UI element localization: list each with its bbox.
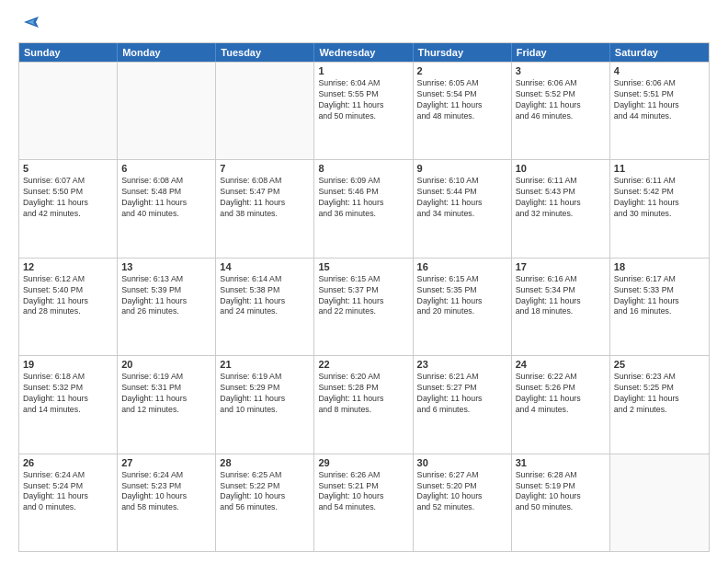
cell-info: Sunrise: 6:27 AMSunset: 5:20 PMDaylight:… <box>417 470 507 514</box>
day-cell-30: 30Sunrise: 6:27 AMSunset: 5:20 PMDayligh… <box>414 454 512 551</box>
day-number: 25 <box>614 359 705 370</box>
cell-info: Sunrise: 6:15 AMSunset: 5:37 PMDaylight:… <box>318 274 408 318</box>
day-number: 3 <box>516 65 606 76</box>
day-number: 20 <box>121 359 211 370</box>
cell-info: Sunrise: 6:16 AMSunset: 5:34 PMDaylight:… <box>516 274 606 318</box>
day-cell-10: 10Sunrise: 6:11 AMSunset: 5:43 PMDayligh… <box>512 160 610 257</box>
day-cell-8: 8Sunrise: 6:09 AMSunset: 5:46 PMDaylight… <box>314 160 413 257</box>
calendar: SundayMondayTuesdayWednesdayThursdayFrid… <box>18 42 710 552</box>
day-cell-18: 18Sunrise: 6:17 AMSunset: 5:33 PMDayligh… <box>610 259 709 355</box>
calendar-row-2: 5Sunrise: 6:07 AMSunset: 5:50 PMDaylight… <box>19 159 709 257</box>
cell-info: Sunrise: 6:18 AMSunset: 5:32 PMDaylight:… <box>23 372 113 416</box>
day-cell-19: 19Sunrise: 6:18 AMSunset: 5:32 PMDayligh… <box>19 356 118 453</box>
day-cell-24: 24Sunrise: 6:22 AMSunset: 5:26 PMDayligh… <box>512 356 610 453</box>
day-cell-26: 26Sunrise: 6:24 AMSunset: 5:24 PMDayligh… <box>19 454 118 551</box>
cell-info: Sunrise: 6:06 AMSunset: 5:51 PMDaylight:… <box>614 78 705 122</box>
cell-info: Sunrise: 6:05 AMSunset: 5:54 PMDaylight:… <box>417 78 507 122</box>
weekday-header-thursday: Thursday <box>414 43 512 62</box>
day-number: 4 <box>614 65 705 76</box>
day-number: 8 <box>318 163 408 174</box>
day-number: 24 <box>516 359 606 370</box>
weekday-header-wednesday: Wednesday <box>314 43 413 62</box>
day-number: 10 <box>516 163 606 174</box>
day-number: 13 <box>121 261 211 272</box>
day-number: 12 <box>23 261 113 272</box>
cell-info: Sunrise: 6:15 AMSunset: 5:35 PMDaylight:… <box>417 274 507 318</box>
cell-info: Sunrise: 6:08 AMSunset: 5:47 PMDaylight:… <box>220 176 310 220</box>
calendar-row-4: 19Sunrise: 6:18 AMSunset: 5:32 PMDayligh… <box>19 355 709 453</box>
cell-info: Sunrise: 6:21 AMSunset: 5:27 PMDaylight:… <box>417 372 507 416</box>
logo <box>18 15 42 35</box>
day-number: 26 <box>23 457 113 468</box>
day-cell-empty-0-1 <box>118 63 216 159</box>
cell-info: Sunrise: 6:24 AMSunset: 5:24 PMDaylight:… <box>23 470 113 514</box>
day-cell-31: 31Sunrise: 6:28 AMSunset: 5:19 PMDayligh… <box>512 454 610 551</box>
cell-info: Sunrise: 6:04 AMSunset: 5:55 PMDaylight:… <box>318 78 408 122</box>
weekday-header-saturday: Saturday <box>610 43 709 62</box>
day-cell-empty-4-6 <box>610 454 709 551</box>
day-number: 14 <box>220 261 310 272</box>
cell-info: Sunrise: 6:14 AMSunset: 5:38 PMDaylight:… <box>220 274 310 318</box>
day-cell-1: 1Sunrise: 6:04 AMSunset: 5:55 PMDaylight… <box>314 63 413 159</box>
cell-info: Sunrise: 6:28 AMSunset: 5:19 PMDaylight:… <box>516 470 606 514</box>
cell-info: Sunrise: 6:23 AMSunset: 5:25 PMDaylight:… <box>614 372 705 416</box>
day-number: 23 <box>417 359 507 370</box>
cell-info: Sunrise: 6:11 AMSunset: 5:43 PMDaylight:… <box>516 176 606 220</box>
day-cell-14: 14Sunrise: 6:14 AMSunset: 5:38 PMDayligh… <box>216 259 314 355</box>
day-number: 17 <box>516 261 606 272</box>
day-number: 28 <box>220 457 310 468</box>
calendar-row-3: 12Sunrise: 6:12 AMSunset: 5:40 PMDayligh… <box>19 258 709 355</box>
day-number: 15 <box>318 261 408 272</box>
calendar-header: SundayMondayTuesdayWednesdayThursdayFrid… <box>19 43 709 62</box>
day-cell-16: 16Sunrise: 6:15 AMSunset: 5:35 PMDayligh… <box>414 259 512 355</box>
day-number: 6 <box>121 163 211 174</box>
day-cell-4: 4Sunrise: 6:06 AMSunset: 5:51 PMDaylight… <box>610 63 709 159</box>
day-cell-5: 5Sunrise: 6:07 AMSunset: 5:50 PMDaylight… <box>19 160 118 257</box>
cell-info: Sunrise: 6:19 AMSunset: 5:29 PMDaylight:… <box>220 372 310 416</box>
day-number: 5 <box>23 163 113 174</box>
day-number: 9 <box>417 163 507 174</box>
day-number: 11 <box>614 163 705 174</box>
day-cell-17: 17Sunrise: 6:16 AMSunset: 5:34 PMDayligh… <box>512 259 610 355</box>
day-cell-28: 28Sunrise: 6:25 AMSunset: 5:22 PMDayligh… <box>216 454 314 551</box>
cell-info: Sunrise: 6:09 AMSunset: 5:46 PMDaylight:… <box>318 176 408 220</box>
day-number: 7 <box>220 163 310 174</box>
day-number: 2 <box>417 65 507 76</box>
cell-info: Sunrise: 6:08 AMSunset: 5:48 PMDaylight:… <box>121 176 211 220</box>
day-cell-7: 7Sunrise: 6:08 AMSunset: 5:47 PMDaylight… <box>216 160 314 257</box>
day-number: 19 <box>23 359 113 370</box>
day-number: 18 <box>614 261 705 272</box>
weekday-header-tuesday: Tuesday <box>216 43 314 62</box>
day-number: 30 <box>417 457 507 468</box>
day-cell-29: 29Sunrise: 6:26 AMSunset: 5:21 PMDayligh… <box>314 454 413 551</box>
day-number: 1 <box>318 65 408 76</box>
day-number: 21 <box>220 359 310 370</box>
cell-info: Sunrise: 6:22 AMSunset: 5:26 PMDaylight:… <box>516 372 606 416</box>
day-number: 29 <box>318 457 408 468</box>
day-number: 16 <box>417 261 507 272</box>
cell-info: Sunrise: 6:13 AMSunset: 5:39 PMDaylight:… <box>121 274 211 318</box>
weekday-header-sunday: Sunday <box>19 43 118 62</box>
day-number: 22 <box>318 359 408 370</box>
day-cell-13: 13Sunrise: 6:13 AMSunset: 5:39 PMDayligh… <box>118 259 216 355</box>
day-cell-22: 22Sunrise: 6:20 AMSunset: 5:28 PMDayligh… <box>314 356 413 453</box>
cell-info: Sunrise: 6:25 AMSunset: 5:22 PMDaylight:… <box>220 470 310 514</box>
day-cell-6: 6Sunrise: 6:08 AMSunset: 5:48 PMDaylight… <box>118 160 216 257</box>
cell-info: Sunrise: 6:26 AMSunset: 5:21 PMDaylight:… <box>318 470 408 514</box>
day-cell-25: 25Sunrise: 6:23 AMSunset: 5:25 PMDayligh… <box>610 356 709 453</box>
day-number: 31 <box>516 457 606 468</box>
day-cell-empty-0-0 <box>19 63 118 159</box>
cell-info: Sunrise: 6:11 AMSunset: 5:42 PMDaylight:… <box>614 176 705 220</box>
day-cell-11: 11Sunrise: 6:11 AMSunset: 5:42 PMDayligh… <box>610 160 709 257</box>
calendar-body: 1Sunrise: 6:04 AMSunset: 5:55 PMDaylight… <box>19 62 709 551</box>
day-cell-2: 2Sunrise: 6:05 AMSunset: 5:54 PMDaylight… <box>414 63 512 159</box>
day-cell-3: 3Sunrise: 6:06 AMSunset: 5:52 PMDaylight… <box>512 63 610 159</box>
calendar-row-1: 1Sunrise: 6:04 AMSunset: 5:55 PMDaylight… <box>19 62 709 159</box>
header <box>18 15 710 35</box>
weekday-header-monday: Monday <box>118 43 216 62</box>
weekday-header-friday: Friday <box>512 43 610 62</box>
cell-info: Sunrise: 6:20 AMSunset: 5:28 PMDaylight:… <box>318 372 408 416</box>
day-cell-21: 21Sunrise: 6:19 AMSunset: 5:29 PMDayligh… <box>216 356 314 453</box>
day-cell-15: 15Sunrise: 6:15 AMSunset: 5:37 PMDayligh… <box>314 259 413 355</box>
day-cell-12: 12Sunrise: 6:12 AMSunset: 5:40 PMDayligh… <box>19 259 118 355</box>
